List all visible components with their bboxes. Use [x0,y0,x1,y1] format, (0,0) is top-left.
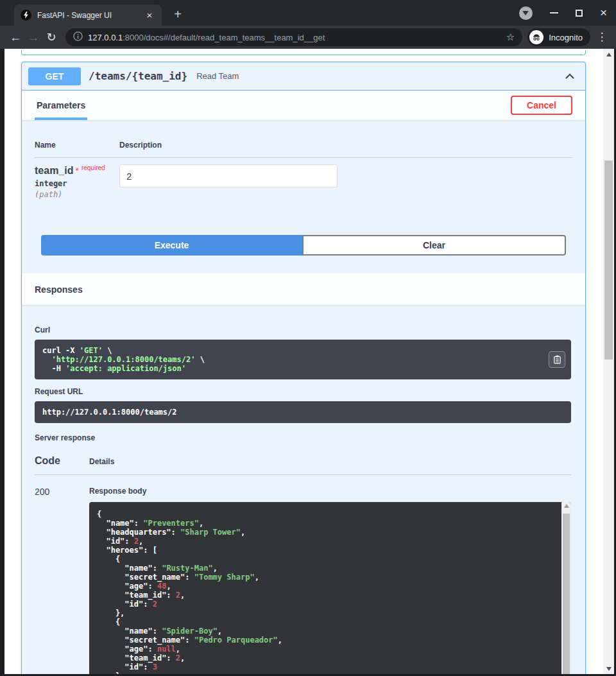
code-line: "age": null, [97,645,554,654]
window-controls: × [519,0,607,26]
back-button[interactable]: ← [6,28,24,46]
copy-to-clipboard-button[interactable] [549,351,565,368]
page-scrollbar[interactable] [603,49,614,674]
browser-update-icon[interactable] [519,6,533,20]
window-close-button[interactable]: × [600,8,607,17]
response-table-head: Code Details [35,455,571,475]
required-asterisk: * [75,166,78,176]
server-response-label: Server response [35,433,571,442]
parameter-row: team_id*required integer (path) [35,164,572,199]
url-text[interactable]: 127.0.0.1:8000/docs#/default/read_team_t… [88,33,501,42]
browser-tab[interactable]: FastAPI - Swagger UI × [14,4,162,26]
code-line: "name": "Spider-Boy", [97,627,554,636]
status-code: 200 [35,487,89,674]
code-line: "team_id": 2, [97,591,554,600]
code-line: "id": 3 [97,663,554,672]
responses-title: Responses [35,284,83,295]
curl-code: curl -X 'GET' \ 'http://127.0.0.1:8000/t… [42,346,545,373]
parameter-name: team_id [35,165,73,176]
tab-title: FastAPI - Swagger UI [37,11,140,20]
response-body-code: { "name": "Preventers", "headquarters": … [89,502,571,674]
code-line: { [97,510,554,519]
code-line: "name": "Preventers", [97,519,554,528]
code-line: "id": 2, [97,537,554,546]
parameter-meta: team_id*required integer (path) [35,164,119,199]
code-line: "secret_name": "Tommy Sharp", [97,573,554,582]
parameter-value-cell [119,164,572,199]
response-scrollbar-thumb[interactable] [563,514,570,674]
code-line: curl -X 'GET' \ [42,346,545,355]
parameter-location: (path) [35,190,119,199]
incognito-badge: Incognito [527,28,590,46]
response-row: 200 Response body { "name": "Preventers"… [35,487,571,674]
team-id-input[interactable] [119,164,338,187]
code-line: { [97,618,554,627]
response-body-label: Response body [89,487,571,496]
collapsed-endpoint-edge [21,50,586,55]
site-info-icon[interactable] [73,31,83,44]
cancel-button[interactable]: Cancel [511,96,572,115]
column-name: Name [35,141,119,150]
get-teams-opblock: GET /teams/{team_id} Read Team Parameter… [21,62,586,674]
page-scroll-down-icon[interactable] [603,663,614,674]
page-viewport: GET /teams/{team_id} Read Team Parameter… [4,49,614,674]
bookmark-star-icon[interactable]: ☆ [506,31,515,43]
code-line: }, [97,609,554,618]
tab-close-icon[interactable]: × [144,10,155,21]
address-bar[interactable]: 127.0.0.1:8000/docs#/default/read_team_t… [65,28,522,46]
code-line: "name": "Rusty-Man", [97,564,554,573]
execute-button[interactable]: Execute [41,235,302,256]
incognito-icon [529,30,543,44]
column-code: Code [35,455,89,467]
code-line: "headquarters": "Sharp Tower", [97,528,554,537]
forward-button[interactable]: → [24,28,42,46]
window-minimize-button[interactable] [550,12,558,13]
opblock-summary[interactable]: GET /teams/{team_id} Read Team [22,62,585,91]
page-scrollbar-thumb[interactable] [604,160,613,360]
response-body-scrollbar[interactable] [561,502,571,674]
endpoint-path: /teams/{team_id} [89,70,187,82]
scroll-up-arrow-icon[interactable] [561,504,571,508]
code-line: "secret_name": "Pedro Parqueador", [97,636,554,645]
tab-parameters[interactable]: Parameters [35,91,87,120]
reload-button[interactable]: ↻ [42,28,60,46]
window-maximize-button[interactable] [576,10,583,17]
browser-menu-icon[interactable]: ⋮ [594,28,610,46]
parameters-body: Name Description team_id*required intege… [22,120,585,256]
code-line: "age": 48, [97,582,554,591]
execute-row: Execute Clear [41,235,566,256]
request-url-label: Request URL [35,387,571,396]
code-line: "id": 2 [97,600,554,609]
code-line: -H 'accept: application/json' [42,364,545,373]
browser-toolbar: ← → ↻ 127.0.0.1:8000/docs#/default/read_… [0,26,616,49]
new-tab-button[interactable]: + [169,6,186,23]
responses-section-header: Responses [22,273,585,305]
incognito-label: Incognito [549,33,583,42]
collapse-chevron-icon[interactable] [561,67,579,85]
code-line: 'http://127.0.0.1:8000/teams/2' \ [42,355,545,364]
parameter-type: integer [35,179,119,188]
response-details-cell: Response body { "name": "Preventers", "h… [89,487,571,674]
response-body-block: { "name": "Preventers", "headquarters": … [89,502,571,674]
code-line: "heroes": [ [97,546,554,555]
code-line: }, [97,672,554,674]
clear-button[interactable]: Clear [302,235,566,256]
curl-block: curl -X 'GET' \ 'http://127.0.0.1:8000/t… [35,340,571,379]
endpoint-summary: Read Team [196,71,561,81]
curl-label: Curl [35,325,571,334]
url-path: :8000/docs#/default/read_team_teams__tea… [123,33,325,42]
swagger-content: GET /teams/{team_id} Read Team Parameter… [4,49,603,674]
fastapi-favicon-icon [21,10,31,21]
request-url-block: http://127.0.0.1:8000/teams/2 [35,401,571,423]
method-badge: GET [28,67,81,85]
required-label: required [81,164,105,171]
code-line: { [97,555,554,564]
browser-titlebar: FastAPI - Swagger UI × + × [0,0,616,26]
page-scroll-up-icon[interactable] [603,49,614,60]
code-line: "team_id": 2, [97,654,554,663]
parameters-table-head: Name Description [35,141,572,158]
request-url-code: http://127.0.0.1:8000/teams/2 [42,408,563,417]
url-host: 127.0.0.1 [88,33,123,42]
parameters-section-header: Parameters Cancel [22,91,585,120]
column-details: Details [89,457,571,466]
